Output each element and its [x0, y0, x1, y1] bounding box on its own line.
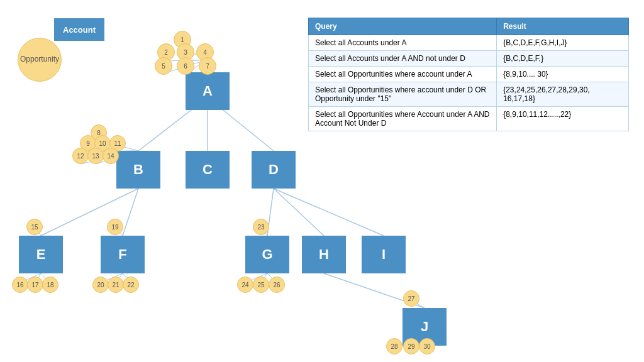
- table-cell-result: {8,9,10,11,12.....,22}: [497, 107, 629, 131]
- table-cell-query: Select all Opportunities where Account u…: [309, 107, 497, 131]
- legend-account: Account: [54, 18, 104, 41]
- opp-25: 25: [253, 277, 269, 293]
- node-A[interactable]: A: [186, 72, 230, 110]
- node-C[interactable]: C: [186, 151, 230, 189]
- opp-21: 21: [108, 277, 124, 293]
- table-cell-query: Select all Opportunities where account u…: [309, 67, 497, 82]
- opp-30: 30: [419, 338, 435, 354]
- opp-13: 13: [87, 148, 104, 164]
- opp-18: 18: [42, 277, 58, 293]
- diagram: Account Opportunity A B C D E F G H I J …: [0, 0, 644, 362]
- opp-27: 27: [403, 290, 419, 307]
- opp-15: 15: [26, 219, 43, 235]
- table-row: Select all Accounts under A AND not unde…: [309, 51, 629, 67]
- opp-29: 29: [403, 338, 419, 354]
- table-cell-query: Select all Accounts under A: [309, 35, 497, 51]
- table-cell-result: {23,24,25,26,27,28,29,30, 16,17,18}: [497, 82, 629, 107]
- opp-24: 24: [237, 277, 253, 293]
- node-G[interactable]: G: [245, 236, 289, 273]
- table-cell-result: {B,C,D,E,F,}: [497, 51, 629, 67]
- opp-5: 5: [155, 57, 172, 75]
- table-row: Select all Opportunities where account u…: [309, 82, 629, 107]
- node-H[interactable]: H: [302, 236, 346, 273]
- node-I[interactable]: I: [362, 236, 406, 273]
- opp-6: 6: [177, 57, 194, 75]
- svg-line-4: [123, 189, 138, 236]
- table-cell-query: Select all Opportunities where account u…: [309, 82, 497, 107]
- svg-line-7: [274, 189, 384, 236]
- node-B[interactable]: B: [116, 151, 160, 189]
- legend-opportunity: Opportunity: [18, 38, 62, 82]
- table-cell-query: Select all Accounts under A AND not unde…: [309, 51, 497, 67]
- table-cell-result: {8,9,10.... 30}: [497, 67, 629, 82]
- node-D[interactable]: D: [252, 151, 296, 189]
- opp-26: 26: [269, 277, 285, 293]
- opp-22: 22: [123, 277, 139, 293]
- opp-14: 14: [103, 148, 119, 164]
- opp-23: 23: [253, 219, 269, 235]
- svg-line-3: [41, 189, 138, 236]
- node-F[interactable]: F: [101, 236, 145, 273]
- svg-line-6: [274, 189, 324, 236]
- opp-19: 19: [107, 219, 123, 235]
- opp-20: 20: [92, 277, 109, 293]
- legend-opportunity-label: Opportunity: [20, 55, 59, 65]
- opp-7: 7: [199, 57, 216, 75]
- opp-12: 12: [72, 148, 89, 164]
- table-row: Select all Opportunities where Account u…: [309, 107, 629, 131]
- table-header-result: Result: [497, 18, 629, 35]
- opp-16: 16: [12, 277, 28, 293]
- opp-28: 28: [386, 338, 402, 354]
- table-row: Select all Accounts under A {B,C,D,E,F,G…: [309, 35, 629, 51]
- query-table: Query Result Select all Accounts under A…: [308, 18, 629, 131]
- table-header-query: Query: [309, 18, 497, 35]
- table-row: Select all Opportunities where account u…: [309, 67, 629, 82]
- legend-account-label: Account: [63, 25, 96, 35]
- table-cell-result: {B,C,D,E,F,G,H,I,J}: [497, 35, 629, 51]
- node-E[interactable]: E: [19, 236, 63, 273]
- opp-17: 17: [27, 277, 43, 293]
